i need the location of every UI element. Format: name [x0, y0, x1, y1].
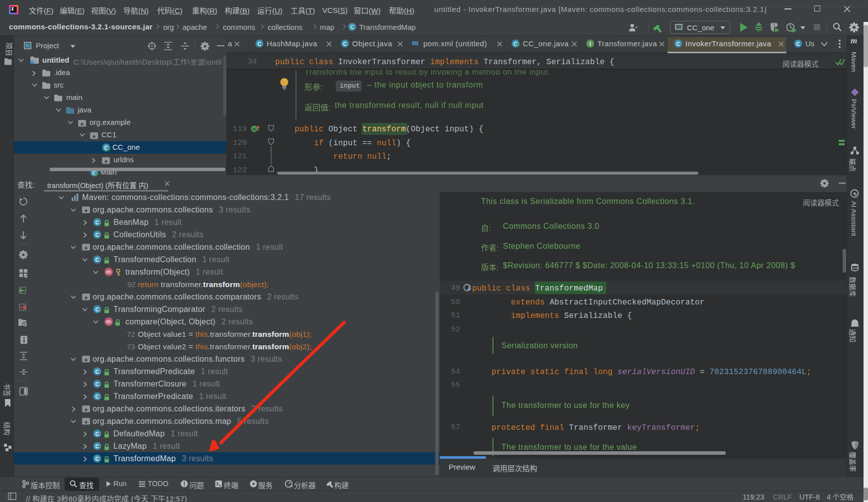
svg-text:I: I [589, 41, 591, 47]
svg-text:C: C [96, 431, 99, 437]
svg-text:C: C [676, 41, 680, 47]
svg-text:C: C [796, 41, 800, 47]
svg-text:C: C [343, 41, 347, 47]
svg-text:C: C [96, 443, 99, 449]
svg-text:C: C [258, 41, 262, 47]
svg-text:O: O [252, 126, 256, 132]
svg-text:C: C [96, 306, 99, 312]
svg-text:C: C [96, 232, 99, 238]
svg-text:C: C [96, 257, 99, 263]
svg-text:C: C [96, 381, 99, 387]
svg-text:C: C [96, 394, 99, 400]
svg-text:C: C [96, 456, 99, 462]
svg-text:C: C [96, 219, 99, 225]
svg-text:C: C [96, 369, 99, 375]
